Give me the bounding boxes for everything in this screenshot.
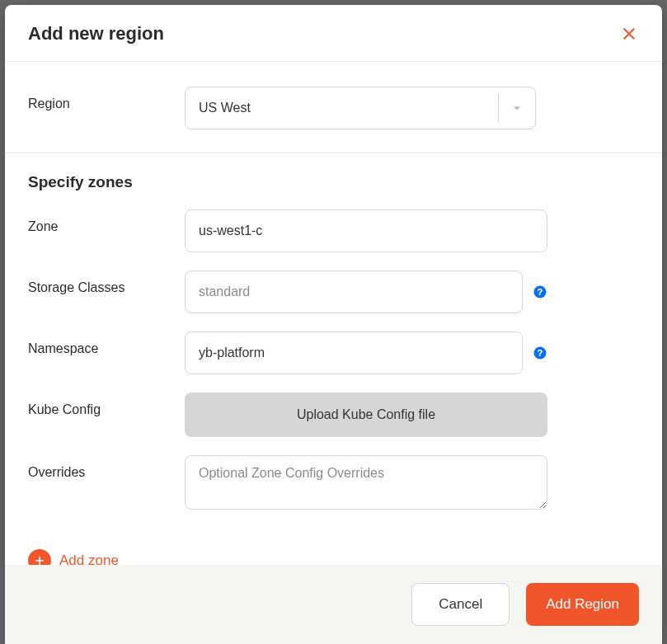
close-icon[interactable] <box>619 24 639 44</box>
kubeconfig-control: Upload Kube Config file <box>185 393 547 437</box>
overrides-label: Overrides <box>28 455 185 480</box>
modal-header: Add new region <box>5 5 662 62</box>
overrides-control <box>185 455 547 510</box>
add-region-modal: Add new region Region US West <box>5 5 662 644</box>
namespace-row: Namespace ? <box>28 331 639 374</box>
svg-text:?: ? <box>538 348 543 358</box>
plus-circle-icon <box>28 549 51 565</box>
plus-icon <box>32 553 47 565</box>
region-label: Region <box>28 87 185 111</box>
region-select-value: US West <box>186 87 498 129</box>
storage-row: Storage Classes ? <box>28 270 639 313</box>
region-select-arrow <box>499 87 535 129</box>
zone-control <box>185 209 547 252</box>
namespace-control: ? <box>185 331 547 374</box>
chevron-down-icon <box>509 100 525 116</box>
namespace-input[interactable] <box>185 331 523 374</box>
region-section: Region US West <box>5 62 662 153</box>
add-zone-button[interactable]: Add zone <box>28 549 119 565</box>
kubeconfig-row: Kube Config Upload Kube Config file <box>28 393 639 437</box>
add-region-button[interactable]: Add Region <box>526 583 639 626</box>
overrides-row: Overrides <box>28 455 639 510</box>
close-x-icon <box>619 24 639 44</box>
svg-text:?: ? <box>538 287 543 297</box>
add-zone-label: Add zone <box>59 552 119 565</box>
region-row: Region US West <box>28 87 639 129</box>
modal-title: Add new region <box>28 23 164 45</box>
zone-input[interactable] <box>185 209 547 252</box>
modal-footer: Cancel Add Region <box>5 565 662 644</box>
zones-section-title: Specify zones <box>28 173 639 191</box>
modal-body: Region US West Specify zones <box>5 62 662 565</box>
zone-row: Zone <box>28 209 639 252</box>
storage-input[interactable] <box>185 270 523 313</box>
namespace-label: Namespace <box>28 331 185 356</box>
storage-label: Storage Classes <box>28 270 185 295</box>
region-select[interactable]: US West <box>185 87 536 129</box>
kubeconfig-label: Kube Config <box>28 393 185 417</box>
storage-control: ? <box>185 270 547 313</box>
help-icon[interactable]: ? <box>533 346 547 360</box>
overrides-textarea[interactable] <box>185 455 547 510</box>
region-control: US West <box>185 87 547 129</box>
zones-section: Specify zones Zone Storage Classes ? <box>5 153 662 565</box>
zone-label: Zone <box>28 209 185 234</box>
cancel-button[interactable]: Cancel <box>411 583 510 626</box>
help-icon[interactable]: ? <box>533 284 547 299</box>
upload-kubeconfig-button[interactable]: Upload Kube Config file <box>185 393 547 437</box>
